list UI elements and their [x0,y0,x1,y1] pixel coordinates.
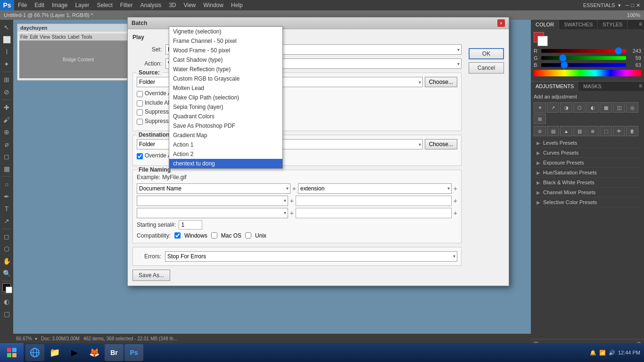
dest-choose-btn[interactable]: Choose... [425,139,457,149]
dropdown-item-0[interactable]: Vignette (selection) [169,27,282,36]
dropdown-item-4[interactable]: Water Reflection (type) [169,65,282,74]
adj-channel-mixer[interactable]: ⊞ [534,114,546,124]
menu-3d[interactable]: 3D [165,1,180,9]
tool-eraser[interactable]: ◻ [1,151,12,162]
preset-bw[interactable]: ▶ Black & White Presets [534,178,641,188]
source-choose-btn[interactable]: Choose... [425,77,457,87]
menu-help[interactable]: Help [227,1,247,9]
compat-unix-check[interactable] [245,232,251,239]
naming-text-field1[interactable] [296,196,452,206]
extension-select[interactable]: extension [298,183,452,194]
preset-hue-sat[interactable]: ▶ Hue/Saturation Presets [534,168,641,178]
naming-text-field2[interactable] [296,208,452,218]
adj-photo-filter[interactable]: ◎ [626,102,638,113]
adj-clip[interactable]: ⬚ [600,126,612,136]
preset-levels[interactable]: ▶ Levels Presets [534,138,641,148]
taskbar-app-media[interactable]: ▶ [65,344,84,361]
menu-window[interactable]: Window [199,1,227,9]
suppress-color-check[interactable] [137,119,143,125]
adj-gradient-map[interactable]: ▥ [573,126,586,136]
tool-magic-wand[interactable]: ✦ [1,58,12,70]
bridge-menu-view[interactable]: View [40,34,50,40]
tab-color[interactable]: COLOR [531,20,559,29]
bridge-menu-file[interactable]: File [20,34,28,40]
adj-invert[interactable]: ⊘ [534,126,546,136]
tab-swatches[interactable]: SWATCHES [559,20,598,29]
taskbar-app-firefox[interactable]: 🦊 [85,344,104,361]
dropdown-item-6[interactable]: Molten Lead [169,83,282,93]
color-gradient-bar[interactable] [534,70,641,76]
bridge-menu-stacks[interactable]: Stacks [52,34,66,40]
override-dest-check[interactable] [137,153,143,159]
tool-hand[interactable]: ✋ [1,255,12,267]
tool-crop[interactable]: ⊞ [1,74,12,85]
preset-selective-color[interactable]: ▶ Selective Color Presets [534,197,641,207]
adj-selective-color[interactable]: ⊛ [586,126,599,136]
adj-hue[interactable]: ◐ [586,102,599,113]
adj-brightness[interactable]: ☀ [534,102,546,113]
dialog-close-btn[interactable]: × [497,19,505,27]
bg-color[interactable] [537,36,548,46]
menu-image[interactable]: Image [48,1,71,9]
bridge-menu-edit[interactable]: Edit [30,34,38,40]
dropdown-item-14[interactable]: chentext tu dong [169,159,282,168]
serial-input[interactable]: 1 [179,220,202,230]
preset-curves[interactable]: ▶ Curves Presets [534,148,641,158]
ok-button[interactable]: OK [469,48,504,59]
save-as-button[interactable]: Save As... [132,270,170,281]
menu-view[interactable]: View [180,1,199,9]
preset-exposure[interactable]: ▶ Exposure Presets [534,158,641,168]
tab-styles[interactable]: STYLES [598,20,627,29]
adj-vibrance[interactable]: ⬡ [573,102,586,113]
compat-windows-check[interactable] [174,232,181,239]
menu-edit[interactable]: Edit [31,1,48,9]
tool-shape[interactable]: ◻ [1,231,12,242]
doc-name-select[interactable]: Document Name [137,183,290,194]
menu-analysis[interactable]: Analysis [136,1,165,9]
dropdown-item-10[interactable]: Save As Photoshop PDF [169,121,282,131]
taskbar-app-bridge[interactable]: Br [105,344,124,361]
tool-screen-mode[interactable]: ▢ [1,308,12,320]
tool-clone[interactable]: ⊕ [1,126,12,138]
include-subfolders-check[interactable] [137,100,143,107]
tool-path-select[interactable]: ↗ [1,215,12,227]
adj-exposure[interactable]: ◑ [560,102,572,113]
tool-marquee[interactable]: ⬜ [1,34,12,45]
naming-empty-select1[interactable] [137,196,288,206]
tab-adjustments[interactable]: ADJUSTMENTS [531,82,578,91]
bridge-menu-label[interactable]: Label [68,34,79,40]
errors-select[interactable]: Stop For Errors [165,251,457,262]
dropdown-item-5[interactable]: Custom RGB to Grayscale [169,74,282,83]
adj-posterize[interactable]: ▤ [547,126,559,136]
tool-heal[interactable]: ✚ [1,102,12,113]
tool-gradient[interactable]: ▦ [1,163,12,174]
color-panel-menu[interactable]: ≡ [637,20,644,29]
taskbar-app-explorer[interactable]: 📁 [45,344,64,361]
menu-file[interactable]: File [14,1,31,9]
b-slider[interactable] [541,63,626,67]
tool-move[interactable]: ↖ [1,22,12,33]
tool-3d[interactable]: ⬡ [1,243,12,255]
g-slider[interactable] [541,56,626,60]
dropdown-item-3[interactable]: Cast Shadow (type) [169,55,282,65]
tool-type[interactable]: T [1,203,12,214]
dropdown-item-12[interactable]: Action 1 [169,140,282,149]
menu-filter[interactable]: Filter [116,1,137,9]
dropdown-item-13[interactable]: Action 2 [169,149,282,159]
dropdown-item-8[interactable]: Sepia Toning (layer) [169,102,282,112]
essentials-dropdown[interactable]: ▾ [618,2,621,8]
naming-empty-select2[interactable] [137,208,288,218]
tab-masks[interactable]: MASKS [578,82,606,91]
close-btn[interactable]: ✕ [636,2,640,8]
zoom-menu[interactable]: ▾ [35,336,37,341]
maximize-btn[interactable]: □ [631,2,634,8]
adj-panel-menu[interactable]: ≡ [637,82,644,91]
tool-eyedropper[interactable]: ⊘ [1,86,12,98]
compat-mac-check[interactable] [211,232,217,239]
cancel-button[interactable]: Cancel [469,62,504,74]
tool-history[interactable]: ⌀ [1,139,12,150]
adj-curves[interactable]: ↗ [547,102,559,113]
bridge-menu-tools[interactable]: Tools [81,34,92,40]
preset-channel-mixer[interactable]: ▶ Channel Mixer Presets [534,188,641,197]
suppress-dialog-check[interactable] [137,109,143,115]
